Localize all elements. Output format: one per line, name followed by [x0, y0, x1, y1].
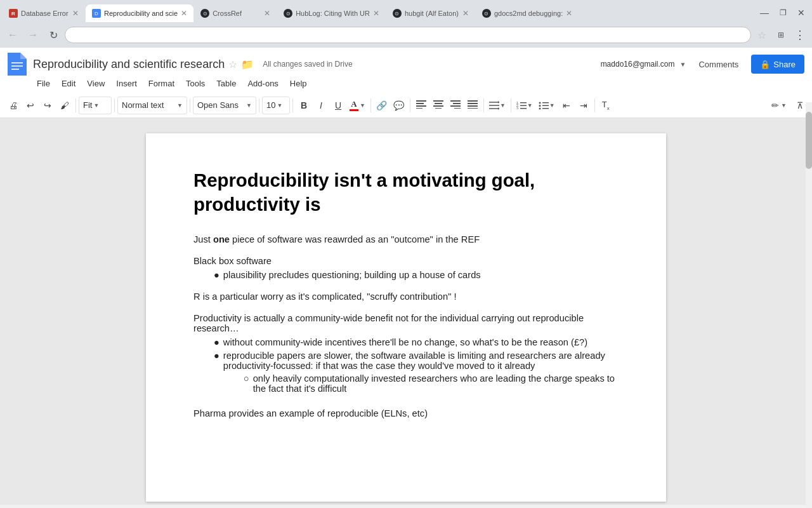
svg-rect-6 — [416, 103, 424, 104]
toolbar-separator-3 — [190, 98, 190, 112]
scrollbar[interactable] — [806, 118, 812, 505]
clear-format-button[interactable]: Tx — [598, 97, 614, 114]
svg-point-34 — [539, 105, 540, 107]
paragraph-3: R is a particular worry as it's complica… — [193, 291, 619, 302]
tab-title-db: Database Error — [21, 10, 69, 17]
svg-marker-1 — [20, 53, 27, 59]
svg-rect-7 — [416, 105, 426, 107]
svg-rect-18 — [468, 103, 478, 104]
menu-insert[interactable]: Insert — [111, 77, 142, 90]
svg-rect-15 — [450, 105, 461, 107]
comments-button[interactable]: Comments — [691, 55, 746, 74]
tab-favicon-docs: D — [92, 9, 101, 18]
font-chevron-icon: ▼ — [246, 102, 252, 109]
menu-help[interactable]: Help — [285, 77, 312, 90]
refresh-button[interactable]: ↻ — [44, 26, 62, 44]
close-icon[interactable]: ✕ — [373, 9, 379, 18]
maximize-button[interactable]: ❐ — [775, 6, 791, 20]
bullet-list-button[interactable]: ▼ — [536, 97, 558, 114]
pen-button[interactable]: ✏ ▼ — [766, 97, 792, 114]
menu-edit[interactable]: Edit — [56, 77, 81, 90]
svg-point-32 — [539, 102, 540, 104]
bookmark-star-button[interactable]: ☆ — [754, 27, 770, 43]
tab-hublog[interactable]: ⊙ HubLog: Citing With UR ✕ — [277, 4, 386, 22]
zoom-value: Fit — [83, 100, 92, 110]
chrome-menu-button[interactable]: ⋮ — [792, 27, 808, 43]
print-button[interactable]: 🖨 — [5, 97, 22, 114]
close-window-button[interactable]: ✕ — [793, 6, 809, 20]
bold-one: one — [213, 234, 230, 244]
star-document-button[interactable]: ☆ — [228, 58, 237, 70]
close-icon[interactable]: ✕ — [72, 9, 79, 18]
font-color-label: A — [351, 99, 357, 109]
format-paint-button[interactable]: 🖌 — [56, 97, 73, 114]
line-spacing-button[interactable]: ▼ — [487, 97, 508, 114]
tab-crossref[interactable]: ⊙ CrossRef ✕ — [194, 4, 277, 22]
bullet-dot-2-1: ● — [214, 337, 219, 347]
extensions-button[interactable]: ⊞ — [773, 27, 789, 43]
insert-comment-button[interactable]: 💬 — [391, 97, 407, 114]
insert-link-button[interactable]: 🔗 — [374, 97, 390, 114]
style-dropdown[interactable]: Normal text ▼ — [117, 97, 187, 114]
svg-rect-13 — [450, 100, 461, 102]
align-left-button[interactable] — [413, 97, 429, 114]
indent-increase-button[interactable]: ⇥ — [575, 97, 592, 114]
expand-button[interactable]: ⊼ — [793, 97, 807, 114]
gdocs-logo — [8, 53, 27, 76]
align-center-button[interactable] — [430, 97, 447, 114]
close-icon[interactable]: ✕ — [181, 9, 187, 18]
underline-button[interactable]: U — [330, 97, 346, 114]
dropdown-chevron-icon[interactable]: ▼ — [680, 61, 686, 68]
paragraph-5: Pharma provides an example of reproducib… — [193, 408, 619, 418]
gdocs-title-row: Reproducibility and scientific research … — [0, 48, 812, 77]
close-icon[interactable]: ✕ — [566, 9, 572, 18]
document-area[interactable]: Reproducibility isn't a motivating goal,… — [0, 118, 812, 505]
italic-button[interactable]: I — [313, 97, 329, 114]
toolbar-separator-1 — [75, 98, 76, 112]
align-right-button[interactable] — [447, 97, 464, 114]
back-button[interactable]: ← — [4, 26, 22, 44]
bullet-item-1: ● plausibility precludes questioning; bu… — [214, 270, 619, 280]
redo-button[interactable]: ↪ — [39, 97, 56, 114]
svg-rect-20 — [468, 108, 478, 109]
menu-format[interactable]: Format — [143, 77, 180, 90]
svg-rect-35 — [542, 105, 549, 106]
font-color-dropdown[interactable]: A ▼ — [347, 97, 368, 114]
tab-hubgit[interactable]: ⊙ hubgit (Alf Eaton) ✕ — [386, 4, 475, 22]
tab-gdocs2md[interactable]: ⊙ gdocs2md debugging: ✕ — [476, 4, 579, 22]
bullet-list-2: ● without community-wide incentives ther… — [214, 337, 619, 397]
menu-file[interactable]: File — [32, 77, 55, 90]
menu-view[interactable]: View — [82, 77, 110, 90]
close-icon[interactable]: ✕ — [462, 9, 469, 18]
undo-button[interactable]: ↩ — [22, 97, 39, 114]
toolbar-right: ✏ ▼ ⊼ — [766, 97, 807, 114]
align-justify-button[interactable] — [464, 97, 481, 114]
menu-tools[interactable]: Tools — [181, 77, 210, 90]
tab-database-error[interactable]: R Database Error ✕ — [3, 4, 85, 22]
address-input[interactable]: https://docs.google.com/document/d/1aYKT… — [65, 27, 751, 43]
user-email: maddo16@gmail.com — [601, 60, 675, 69]
move-to-folder-button[interactable]: 📁 — [241, 58, 254, 70]
bold-button[interactable]: B — [296, 97, 312, 114]
svg-rect-8 — [416, 108, 422, 109]
zoom-dropdown[interactable]: Fit ▼ — [79, 97, 112, 114]
document-title[interactable]: Reproducibility and scientific research — [33, 58, 225, 71]
svg-rect-16 — [454, 108, 461, 109]
menu-table[interactable]: Table — [211, 77, 241, 90]
tab-reproducibility[interactable]: D Reproducibility and scie ✕ — [86, 4, 193, 22]
font-dropdown[interactable]: Open Sans ▼ — [193, 97, 256, 114]
minimize-button[interactable]: — — [756, 6, 773, 20]
scrollbar-thumb[interactable] — [806, 118, 812, 169]
gdocs-app-bar: Reproducibility and scientific research … — [0, 48, 812, 118]
font-color-bar — [350, 109, 358, 111]
close-icon[interactable]: ✕ — [264, 9, 270, 18]
numbered-list-button[interactable]: 1.2.3. ▼ — [514, 97, 535, 114]
toolbar-separator-2 — [114, 98, 115, 112]
menu-addons[interactable]: Add-ons — [242, 77, 283, 90]
share-button[interactable]: 🔒 Share — [751, 55, 804, 74]
svg-rect-19 — [468, 105, 478, 107]
forward-button[interactable]: → — [24, 26, 42, 44]
font-size-dropdown[interactable]: 10 ▼ — [262, 97, 290, 114]
indent-decrease-button[interactable]: ⇤ — [558, 97, 575, 114]
window-controls: — ❐ ✕ — [756, 6, 809, 22]
